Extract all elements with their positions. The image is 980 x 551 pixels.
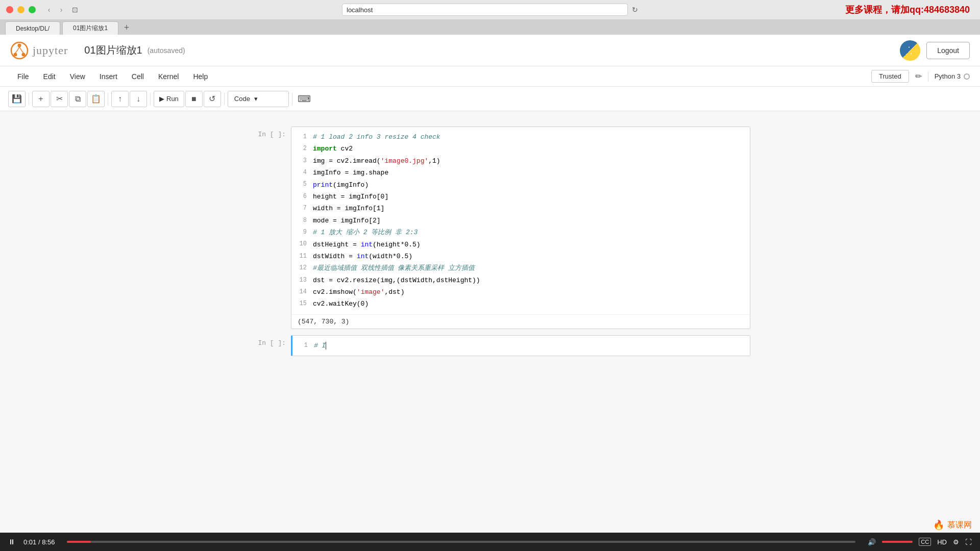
- cell-type-label: Code: [234, 95, 250, 103]
- add-cell-button[interactable]: +: [32, 91, 50, 107]
- titlebar: ‹ › ⊡ localhost ↻ 更多课程，请加qq:484683840: [0, 0, 980, 19]
- cursor: [326, 342, 330, 349]
- tab-desktop[interactable]: Desktop/DL/: [5, 21, 60, 35]
- kernel-name: Python 3: [935, 72, 961, 80]
- close-button[interactable]: [6, 6, 13, 13]
- fullscreen-button[interactable]: ⚙: [953, 538, 959, 546]
- code-token: dst = cv2.resize(img,(dstWidth,dstHeight…: [313, 277, 480, 284]
- fullscreen-expand-button[interactable]: ⛶: [965, 538, 972, 546]
- code-token: height = imgInfo[0]: [313, 193, 388, 201]
- code-token: width = imgInfo[1]: [313, 205, 384, 212]
- paste-button[interactable]: 📋: [87, 91, 105, 107]
- toolbar-separator4: [224, 93, 225, 105]
- jupyter-text: jupyter: [33, 44, 68, 57]
- kernel-status-indicator: [964, 73, 970, 80]
- bottombar: ⏸ 0:01 / 8:56 🔊 CC HD ⚙ ⛶: [0, 533, 980, 551]
- menu-help[interactable]: Help: [186, 69, 215, 84]
- code-token: dstWidth =: [313, 253, 357, 260]
- menu-cell[interactable]: Cell: [125, 69, 151, 84]
- python-icon: [900, 40, 920, 61]
- code-token: # 1 放大 缩小 2 等比例 非 2:3: [313, 229, 418, 236]
- minimize-button[interactable]: [17, 6, 24, 13]
- code-token: dstHeight =: [313, 241, 361, 248]
- volume-icon[interactable]: 🔊: [868, 538, 876, 546]
- code-token: int: [357, 253, 369, 260]
- code-line: 4imgInfo = img.shape: [298, 167, 744, 179]
- svg-point-2: [14, 53, 17, 56]
- code-line: 7width = imgInfo[1]: [298, 203, 744, 214]
- cell-code-1[interactable]: 1# 1 load 2 info 3 resize 4 check 2impor…: [291, 127, 750, 314]
- menubar: File Edit View Insert Cell Kernel Help T…: [0, 66, 980, 87]
- stop-button[interactable]: ■: [185, 91, 203, 107]
- tab-label: 01图片缩放1: [73, 24, 108, 33]
- trusted-badge[interactable]: Trusted: [871, 70, 909, 83]
- move-down-button[interactable]: ↓: [130, 91, 147, 107]
- tab-notebook[interactable]: 01图片缩放1: [62, 21, 118, 35]
- url-bar[interactable]: localhost: [342, 4, 628, 16]
- toolbar-separator3: [150, 93, 151, 105]
- nav-arrows: ‹ ›: [44, 5, 66, 15]
- code-token: ,1): [428, 157, 440, 165]
- code-token: cv2.imshow(: [313, 288, 357, 296]
- code-token: #最近临域插值 双线性插值 像素关系重采样 立方插值: [313, 264, 475, 272]
- cut-button[interactable]: ✂: [51, 91, 68, 107]
- cell-prompt-1: In [ ]:: [230, 127, 291, 329]
- toolbar-separator2: [108, 93, 108, 105]
- notebook-container: In [ ]: 1# 1 load 2 info 3 resize 4 chec…: [209, 127, 771, 356]
- jupyter-logo: jupyter: [10, 41, 68, 60]
- menu-edit[interactable]: Edit: [36, 69, 63, 84]
- titlebar-center: localhost ↻: [342, 4, 638, 16]
- code-token: int: [361, 241, 373, 248]
- code-cell-1: In [ ]: 1# 1 load 2 info 3 resize 4 chec…: [230, 127, 750, 329]
- progress-bar[interactable]: [67, 541, 855, 543]
- refresh-button[interactable]: ↻: [632, 6, 638, 14]
- run-button[interactable]: ▶ Run: [154, 91, 184, 107]
- maximize-button[interactable]: [29, 6, 36, 13]
- cc-button[interactable]: CC: [919, 538, 931, 546]
- copy-button[interactable]: ⧉: [69, 91, 86, 107]
- code-token: cv2: [337, 145, 353, 153]
- menu-insert[interactable]: Insert: [92, 69, 125, 84]
- restart-button[interactable]: ↺: [204, 91, 221, 107]
- add-tab-button[interactable]: +: [120, 21, 133, 34]
- cell-code-2[interactable]: 1# I: [292, 336, 750, 356]
- code-line: 13dst = cv2.resize(img,(dstWidth,dstHeig…: [298, 274, 744, 286]
- cell-type-dropdown[interactable]: Code ▾: [228, 91, 289, 107]
- code-line: 9# 1 放大 缩小 2 等比例 非 2:3: [298, 227, 744, 238]
- code-token: (imgInfo): [333, 181, 369, 189]
- code-token: mode = imgInfo[2]: [313, 217, 381, 224]
- cell-output-1: (547, 730, 3): [291, 314, 750, 329]
- url-text: localhost: [347, 6, 373, 14]
- menu-file[interactable]: File: [10, 69, 36, 84]
- move-up-button[interactable]: ↑: [111, 91, 129, 107]
- tabbar: Desktop/DL/ 01图片缩放1 +: [0, 19, 980, 35]
- logout-button[interactable]: Logout: [926, 42, 970, 59]
- code-token: 'image0.jpg': [381, 157, 429, 165]
- toolbar-separator: [29, 93, 29, 105]
- notebook-autosaved: (autosaved): [148, 46, 185, 55]
- notebook-title[interactable]: 01图片缩放1: [84, 43, 142, 57]
- jupyter-logo-icon: [10, 41, 29, 60]
- save-button[interactable]: 💾: [8, 91, 26, 107]
- volume-slider[interactable]: [882, 541, 913, 543]
- keyboard-shortcuts-button[interactable]: ⌨: [296, 91, 313, 107]
- settings-button[interactable]: HD: [937, 538, 947, 546]
- code-line: 1# I: [299, 340, 744, 352]
- play-pause-button[interactable]: ⏸: [8, 538, 15, 546]
- tab-label: Desktop/DL/: [16, 25, 50, 32]
- traffic-lights: [6, 6, 36, 13]
- volume-level: [882, 541, 903, 543]
- code-token: # I: [314, 342, 326, 349]
- jupyter-navbar: jupyter 01图片缩放1 (autosaved) Logout: [0, 35, 980, 66]
- cell-body-1[interactable]: 1# 1 load 2 info 3 resize 4 check 2impor…: [291, 127, 750, 329]
- navbar-right: Logout: [900, 40, 970, 61]
- code-line: 10dstHeight = int(height*0.5): [298, 239, 744, 251]
- main-content: In [ ]: 1# 1 load 2 info 3 resize 4 chec…: [0, 111, 980, 533]
- cell-body-2[interactable]: 1# I: [291, 335, 750, 356]
- back-arrow[interactable]: ‹: [44, 5, 54, 15]
- forward-arrow[interactable]: ›: [56, 5, 66, 15]
- menu-kernel[interactable]: Kernel: [151, 69, 186, 84]
- cell-prompt-2: In [ ]:: [230, 335, 291, 356]
- menu-view[interactable]: View: [63, 69, 92, 84]
- edit-icon[interactable]: ✏: [915, 71, 922, 81]
